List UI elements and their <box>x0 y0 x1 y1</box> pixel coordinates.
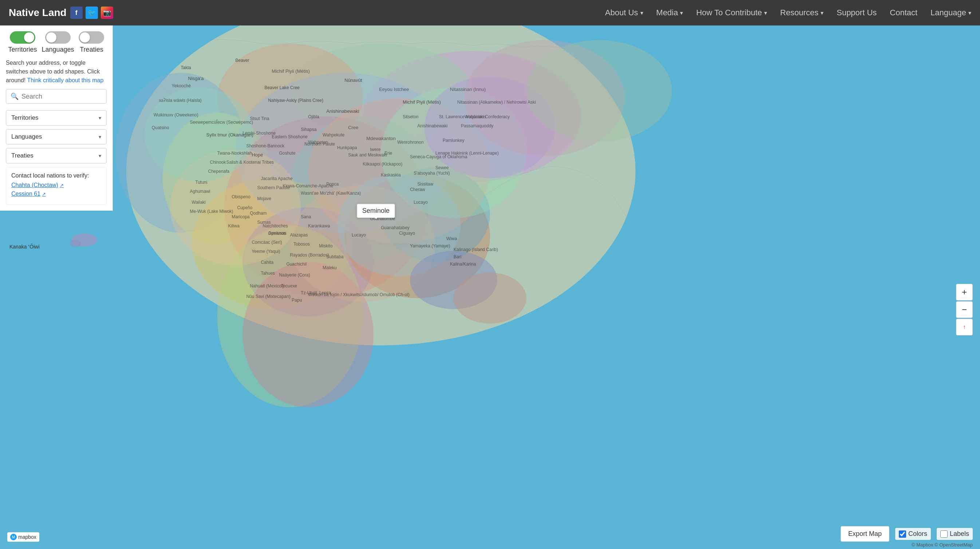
search-box[interactable]: 🔍 <box>6 89 107 104</box>
svg-text:Tahues: Tahues <box>261 271 275 276</box>
svg-text:Tecuexe: Tecuexe <box>281 283 297 289</box>
svg-text:Kalina/Karina: Kalina/Karina <box>450 262 476 267</box>
svg-text:Kiowa-Comanche-Apache: Kiowa-Comanche-Apache <box>283 183 334 189</box>
svg-text:Obispeno: Obispeno <box>232 194 250 199</box>
zoom-out-button[interactable]: − <box>956 301 973 318</box>
svg-point-26 <box>453 273 527 324</box>
svg-text:Alazapas: Alazapas <box>290 232 308 238</box>
sidebar: Territories Languages Treaties Search yo… <box>0 25 113 211</box>
compass-button[interactable]: ↑ <box>956 319 973 335</box>
description-text: Search your address, or toggle switches … <box>6 59 107 85</box>
export-map-button[interactable]: Export Map <box>841 526 889 542</box>
svg-text:Cupeño: Cupeño <box>237 205 252 210</box>
nav-resources[interactable]: Resources <box>780 8 824 17</box>
instagram-icon[interactable]: 📷 <box>101 6 113 19</box>
svg-text:Michif Piyii (Métis): Michif Piyii (Métis) <box>402 99 441 105</box>
svg-text:Maricopa: Maricopa <box>232 214 250 219</box>
svg-point-24 <box>527 40 672 142</box>
treaties-toggle[interactable] <box>79 31 104 44</box>
svg-text:Yekooché: Yekooché <box>172 83 191 89</box>
svg-text:Anishinabewaki: Anishinabewaki <box>417 123 447 129</box>
svg-text:Bari: Bari <box>453 254 461 259</box>
labels-label[interactable]: Labels <box>950 530 969 538</box>
svg-text:Subtlaba: Subtlaba <box>326 254 344 259</box>
svg-text:Guachichil: Guachichil <box>286 262 307 267</box>
territories-dropdown-label: Territories <box>11 114 38 122</box>
svg-text:Chinook: Chinook <box>210 160 226 165</box>
nav-language[interactable]: Language <box>931 8 971 17</box>
svg-text:Nûnavût: Nûnavût <box>344 78 362 83</box>
svg-text:Cheraw: Cheraw <box>410 187 425 192</box>
nav-links: About Us Media How To Contribute Resourc… <box>605 8 971 17</box>
svg-text:Wahpekute: Wahpekute <box>323 132 345 138</box>
toggle-treaties: Treaties <box>79 31 104 54</box>
svg-text:Sauk and Meskwaki: Sauk and Meskwaki <box>348 152 387 157</box>
svg-text:Ciguayo: Ciguayo <box>399 231 415 236</box>
zoom-in-button[interactable]: + <box>956 284 973 300</box>
brand: Native Land f 🐦 📷 <box>9 6 113 19</box>
nav-contact[interactable]: Contact <box>890 8 917 17</box>
svg-text:Cree: Cree <box>348 125 358 130</box>
twitter-icon[interactable]: 🐦 <box>86 6 98 19</box>
labels-checkbox-item: Labels <box>937 528 973 540</box>
svg-text:Beaver Lake Cree: Beaver Lake Cree <box>264 85 300 90</box>
svg-text:Twana-Nookshlah: Twana-Nookshlah <box>217 151 252 156</box>
toggle-row: Territories Languages Treaties <box>6 31 107 54</box>
svg-text:Shoshone-Bannock: Shoshone-Bannock <box>246 143 285 148</box>
svg-text:Opelusas: Opelusas <box>268 231 286 236</box>
svg-text:Goshute: Goshute <box>279 151 296 156</box>
svg-text:Guanahatabey: Guanahatabey <box>381 225 410 230</box>
contact-link-chahta[interactable]: Chahta (Choctaw) ↗ <box>11 182 101 189</box>
svg-text:Comcáac (Seri): Comcáac (Seri) <box>251 240 282 245</box>
map-area[interactable]: Nisga'a Beaver Michif Piyii (Métis) Beav… <box>0 25 980 549</box>
languages-dropdown[interactable]: Languages ▾ <box>6 129 107 144</box>
svg-text:Yamayeka (Yamaye): Yamayeka (Yamaye) <box>410 243 450 249</box>
nav-support-us[interactable]: Support Us <box>837 8 877 17</box>
nav-how-to-contribute[interactable]: How To Contribute <box>696 8 767 17</box>
svg-text:Wiwa: Wiwa <box>446 236 457 241</box>
svg-text:Passamaquoddy: Passamaquoddy <box>461 123 493 129</box>
svg-text:S'atsoyaha (Yuchi): S'atsoyaha (Yuchi) <box>414 171 450 176</box>
svg-text:Ponca: Ponca <box>326 182 339 187</box>
think-link[interactable]: Think critically about this map <box>27 77 103 83</box>
nav-about-us[interactable]: About Us <box>605 8 643 17</box>
languages-toggle-label: Languages <box>41 46 74 54</box>
search-icon: 🔍 <box>11 92 19 100</box>
social-icons: f 🐦 📷 <box>70 6 113 19</box>
languages-toggle[interactable] <box>45 31 71 44</box>
mapbox-logo-icon: M <box>10 534 17 540</box>
colors-checkbox-item: Colors <box>895 528 931 540</box>
svg-text:Karankawa: Karankawa <box>308 224 330 228</box>
attribution: © Mapbox © OpenStreetMap <box>912 542 973 547</box>
svg-text:Tobosos: Tobosos <box>293 241 310 247</box>
svg-text:Rayados (Borrados): Rayados (Borrados) <box>290 252 329 258</box>
colors-checkbox[interactable] <box>899 530 906 538</box>
svg-text:Qodham: Qodham <box>250 211 266 216</box>
contact-link-cession[interactable]: Cession 61 ↗ <box>11 190 101 197</box>
search-input[interactable] <box>21 93 102 100</box>
treaties-dropdown-arrow: ▾ <box>99 153 101 159</box>
svg-text:Erie: Erie <box>384 151 393 156</box>
nav-media[interactable]: Media <box>656 8 683 17</box>
treaties-toggle-label: Treaties <box>80 46 103 54</box>
territories-dropdown-arrow: ▾ <box>99 115 101 121</box>
territories-dropdown[interactable]: Territories ▾ <box>6 110 107 125</box>
external-link-icon-1: ↗ <box>42 191 46 197</box>
svg-text:Wabânaki Confederacy: Wabânaki Confederacy <box>465 114 510 119</box>
svg-text:Miskito: Miskito <box>319 243 333 249</box>
svg-text:Nitassinan (Atikamekw) / Nehir: Nitassinan (Atikamekw) / Nehirowisi Aski <box>457 100 536 105</box>
svg-text:Kiikaapoi (Kickapoo): Kiikaapoi (Kickapoo) <box>363 162 402 167</box>
territories-toggle[interactable] <box>10 31 35 44</box>
treaties-dropdown[interactable]: Treaties ▾ <box>6 148 107 163</box>
external-link-icon-0: ↗ <box>60 182 64 188</box>
svg-text:Sewee: Sewee <box>435 165 449 170</box>
labels-checkbox[interactable] <box>940 530 948 538</box>
toggle-languages: Languages <box>41 31 74 54</box>
svg-text:Nahuatl (Mexicoi): Nahuatl (Mexicoi) <box>250 283 283 289</box>
svg-text:Lemhi-Shoshone: Lemhi-Shoshone <box>242 131 275 136</box>
svg-text:Naáyerie (Cora): Naáyerie (Cora) <box>279 273 310 278</box>
svg-text:Sana: Sana <box>301 214 311 219</box>
languages-dropdown-label: Languages <box>11 133 42 140</box>
facebook-icon[interactable]: f <box>70 6 83 19</box>
colors-label[interactable]: Colors <box>908 530 927 538</box>
